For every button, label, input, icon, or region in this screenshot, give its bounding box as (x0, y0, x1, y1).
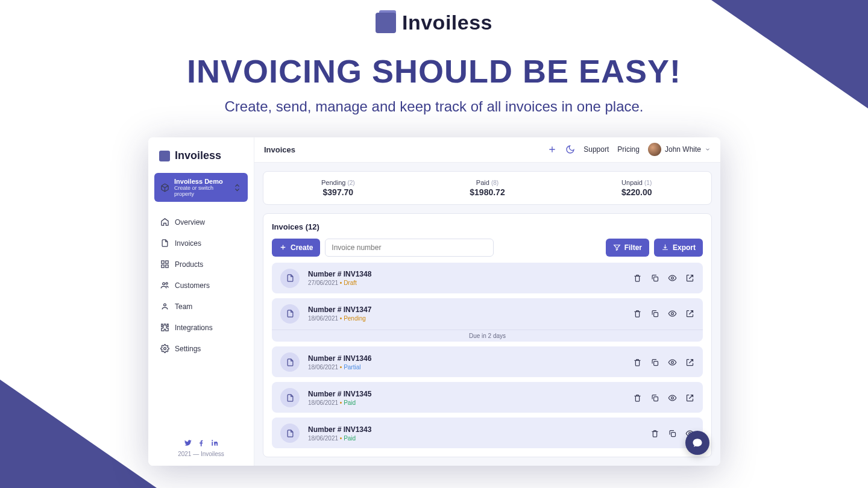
sidebar-logo: Invoiless (154, 137, 248, 173)
users-icon (160, 281, 169, 290)
nav-label: Customers (175, 281, 210, 290)
invoice-row[interactable]: Number # INV1345 18/06/2021 • Paid (272, 382, 703, 413)
invoice-row[interactable]: Number # INV1347 18/06/2021 • Pending Du… (272, 298, 703, 342)
create-button[interactable]: Create (272, 239, 320, 257)
trash-icon[interactable] (633, 309, 642, 318)
file-icon (160, 239, 169, 248)
eye-icon[interactable] (668, 393, 677, 402)
invoice-list-card: Invoices (12) Create Filter Export (263, 213, 712, 457)
support-link[interactable]: Support (583, 145, 609, 154)
sidebar-logo-icon (159, 151, 170, 161)
invoice-row[interactable]: Number # INV1346 18/06/2021 • Partial (272, 346, 703, 377)
invoice-row[interactable]: Number # INV1343 18/06/2021 • Paid (272, 418, 703, 448)
trash-icon[interactable] (633, 393, 642, 402)
nav-label: Integrations (175, 324, 213, 332)
topbar: Invoices Support Pricing John White (254, 137, 720, 163)
invoice-title: Number # INV1347 (308, 305, 624, 314)
svg-rect-3 (166, 265, 168, 267)
linkedin-icon[interactable] (210, 439, 219, 447)
svg-rect-8 (654, 277, 658, 281)
invoice-meta: 18/06/2021 • Pending (308, 315, 624, 322)
svg-rect-1 (166, 261, 168, 263)
cube-icon (160, 183, 169, 192)
property-switcher[interactable]: Invoiless Demo Create or switch property (154, 173, 248, 202)
list-toolbar: Create Filter Export (272, 239, 703, 257)
svg-point-9 (671, 277, 674, 280)
sidebar-footer: 2021 — Invoiless (154, 439, 248, 457)
moon-icon[interactable] (565, 145, 575, 154)
svg-point-6 (164, 304, 166, 306)
pricing-link[interactable]: Pricing (617, 145, 640, 154)
nav-label: Team (175, 302, 192, 311)
chevron-down-icon (705, 146, 711, 152)
stat-paid: Paid (8) $1980.72 (413, 179, 562, 197)
invoice-title: Number # INV1348 (308, 270, 624, 278)
nav-label: Products (175, 260, 203, 269)
export-button[interactable]: Export (654, 239, 703, 257)
hero-title: INVOICING SHOULD BE EASY! (0, 52, 868, 90)
nav-invoices[interactable]: Invoices (154, 234, 248, 252)
hero-logo: Invoiless (376, 11, 492, 34)
svg-rect-14 (654, 396, 658, 401)
copy-icon[interactable] (650, 309, 659, 318)
nav-customers[interactable]: Customers (154, 276, 248, 295)
avatar (648, 143, 661, 156)
nav-label: Settings (175, 345, 201, 353)
status-badge: Paid (344, 435, 356, 442)
stat-value: $397.70 (263, 187, 413, 197)
copy-icon[interactable] (650, 393, 659, 402)
twitter-icon[interactable] (184, 439, 192, 447)
stat-count: (1) (644, 180, 652, 186)
eye-icon[interactable] (668, 309, 677, 318)
plus-icon[interactable] (547, 145, 557, 154)
sidebar: Invoiless Invoiless Demo Create or switc… (148, 137, 254, 466)
external-link-icon[interactable] (685, 309, 694, 318)
eye-icon[interactable] (668, 274, 677, 283)
facebook-icon[interactable] (197, 439, 206, 447)
nav-team[interactable]: Team (154, 297, 248, 316)
filter-label: Filter (624, 243, 642, 252)
invoice-rows: Number # INV1348 27/06/2021 • Draft Numb… (272, 263, 703, 448)
svg-point-15 (671, 396, 674, 399)
svg-rect-0 (162, 261, 164, 263)
gear-icon (160, 344, 169, 353)
svg-rect-16 (671, 432, 676, 436)
page-title: Invoices (264, 145, 295, 154)
nav-overview[interactable]: Overview (154, 213, 248, 231)
external-link-icon[interactable] (685, 358, 694, 367)
row-actions (633, 358, 694, 367)
create-label: Create (291, 243, 313, 252)
nav-label: Invoices (175, 239, 201, 248)
external-link-icon[interactable] (685, 393, 694, 402)
chat-button[interactable] (685, 431, 709, 455)
invoice-row[interactable]: Number # INV1348 27/06/2021 • Draft (272, 263, 703, 293)
team-icon (160, 302, 169, 311)
list-heading: Invoices (12) (272, 222, 703, 231)
copy-icon[interactable] (650, 358, 659, 367)
file-icon (280, 424, 300, 443)
property-subtitle: Create or switch property (174, 185, 228, 197)
copy-icon[interactable] (650, 274, 659, 283)
trash-icon[interactable] (633, 274, 642, 283)
file-icon (280, 352, 300, 372)
external-link-icon[interactable] (685, 274, 694, 283)
eye-icon[interactable] (668, 358, 677, 367)
home-icon (160, 217, 169, 227)
trash-icon[interactable] (650, 429, 659, 438)
nav-settings[interactable]: Settings (154, 339, 248, 358)
trash-icon[interactable] (633, 358, 642, 367)
file-icon (280, 269, 300, 288)
invoice-title: Number # INV1346 (308, 354, 624, 363)
user-menu[interactable]: John White (648, 143, 711, 156)
filter-button[interactable]: Filter (606, 239, 649, 257)
invoice-meta: 18/06/2021 • Paid (308, 435, 642, 442)
search-input[interactable] (325, 239, 494, 257)
status-badge: Paid (344, 399, 356, 406)
stat-unpaid: Unpaid (1) $220.00 (562, 179, 711, 197)
copy-icon[interactable] (668, 429, 677, 438)
nav-integrations[interactable]: Integrations (154, 318, 248, 337)
stats-card: Pending (2) $397.70 Paid (8) $1980.72 Un… (263, 171, 712, 205)
nav-products[interactable]: Products (154, 255, 248, 274)
invoice-title: Number # INV1343 (308, 425, 642, 434)
app-window: Invoiless Invoiless Demo Create or switc… (148, 137, 720, 466)
